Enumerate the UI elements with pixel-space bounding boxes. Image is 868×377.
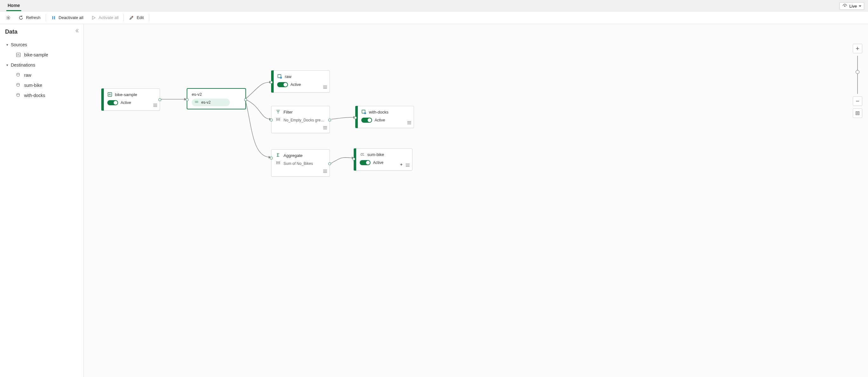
output-port[interactable] [328, 162, 331, 165]
zoom-fit-button[interactable] [853, 108, 862, 118]
svg-rect-3 [54, 16, 55, 19]
canvas[interactable]: bike-sample Active es-v2 es-v2 [84, 24, 868, 377]
stream-pill[interactable]: es-v2 [192, 99, 230, 106]
tree-item-with-docks[interactable]: with-docks [3, 90, 80, 101]
edit-button[interactable]: Edit [125, 13, 147, 22]
tree-item-raw[interactable]: raw [3, 70, 80, 80]
activate-all-button: Activate all [87, 13, 123, 22]
svg-rect-14 [277, 163, 280, 164]
deactivate-all-label: Deactivate all [59, 15, 84, 20]
reorder-handle-icon[interactable] [406, 163, 409, 168]
input-port[interactable] [352, 158, 355, 161]
node-active-toggle[interactable] [277, 82, 288, 87]
svg-point-10 [280, 77, 282, 79]
separator [46, 14, 46, 22]
sidebar-collapse-button[interactable] [75, 29, 79, 34]
svg-point-1 [8, 17, 9, 19]
source-icon [16, 52, 21, 57]
svg-rect-17 [856, 112, 859, 115]
svg-rect-11 [277, 118, 280, 119]
field-icon [276, 117, 281, 123]
node-status-label: Active [290, 82, 301, 87]
node-aggregate[interactable]: Aggregate Sum of No_Bikes [271, 149, 330, 177]
deactivate-all-button[interactable]: Deactivate all [47, 13, 87, 22]
node-status-label: Active [375, 118, 385, 123]
node-with-docks[interactable]: with-docks Active [355, 106, 414, 128]
svg-point-7 [17, 94, 20, 95]
node-title: Aggregate [283, 153, 303, 158]
zoom-knob[interactable] [856, 70, 860, 74]
input-port[interactable] [354, 116, 357, 119]
settings-button[interactable] [2, 13, 14, 22]
input-port[interactable] [186, 98, 189, 101]
database-icon [16, 83, 21, 88]
node-title: Filter [283, 110, 293, 114]
input-port[interactable] [270, 118, 273, 122]
edit-label: Edit [136, 15, 144, 20]
live-button[interactable]: Live [839, 2, 864, 10]
reorder-handle-icon[interactable] [153, 103, 157, 108]
live-label: Live [849, 4, 857, 8]
play-icon [91, 15, 96, 20]
tree-section-label: Sources [11, 42, 27, 47]
sidebar-title: Data [3, 29, 80, 35]
tree-section-sources[interactable]: ▾ Sources [3, 40, 80, 50]
zoom-in-button[interactable] [853, 44, 862, 53]
destination-icon [277, 74, 282, 79]
reorder-handle-icon[interactable] [323, 85, 327, 90]
node-filter[interactable]: Filter No_Empty_Docks greater t... [271, 106, 330, 133]
activate-all-label: Activate all [99, 15, 119, 20]
zoom-out-button[interactable] [853, 96, 862, 106]
node-active-toggle[interactable] [360, 160, 371, 165]
node-es-v2[interactable]: es-v2 es-v2 [187, 89, 246, 109]
svg-point-0 [844, 5, 845, 7]
output-port[interactable] [328, 118, 331, 122]
tree-section-label: Destinations [11, 63, 35, 68]
pause-icon [51, 15, 56, 20]
tab-strip: Home Live [0, 0, 868, 11]
node-status-label: Active [121, 101, 131, 105]
output-port[interactable] [158, 98, 161, 101]
reorder-handle-icon[interactable] [407, 121, 411, 125]
sidebar: Data ▾ Sources bike-sample ▾ Destination… [0, 24, 84, 377]
node-title: sum-bike [367, 152, 384, 157]
command-bar: Refresh Deactivate all Activate all Edit [0, 11, 868, 24]
reorder-handle-icon[interactable] [323, 169, 327, 174]
node-title: raw [285, 74, 291, 79]
zoom-slider[interactable] [857, 56, 858, 94]
node-active-toggle[interactable] [107, 100, 118, 105]
refresh-icon [19, 15, 24, 20]
database-icon [16, 73, 21, 78]
svg-rect-12 [277, 119, 280, 121]
tree-section-destinations[interactable]: ▾ Destinations [3, 60, 80, 70]
svg-point-16 [364, 112, 366, 114]
input-port[interactable] [270, 157, 273, 160]
tree-item-bike-sample[interactable]: bike-sample [3, 50, 80, 60]
reorder-handle-icon[interactable] [323, 126, 327, 130]
node-title: es-v2 [192, 92, 202, 97]
live-icon [842, 3, 847, 8]
tree-item-label: bike-sample [24, 52, 48, 57]
stream-pill-label: es-v2 [201, 100, 211, 105]
node-sum-bike[interactable]: sum-bike Active [354, 148, 412, 171]
refresh-label: Refresh [26, 15, 41, 20]
field-icon [276, 161, 281, 166]
source-icon [107, 92, 113, 97]
refresh-button[interactable]: Refresh [14, 13, 44, 22]
node-title: bike-sample [115, 92, 137, 97]
database-icon [16, 93, 21, 98]
chevron-down-icon: ▾ [6, 43, 9, 47]
node-status-label: Active [373, 161, 383, 165]
node-raw[interactable]: raw Active [271, 70, 330, 93]
node-active-toggle[interactable] [361, 117, 372, 123]
gear-icon [6, 15, 11, 20]
chevron-down-icon [859, 5, 861, 7]
sparkle-icon [399, 163, 403, 168]
separator [149, 14, 149, 22]
tab-home[interactable]: Home [4, 0, 24, 11]
input-port[interactable] [270, 81, 273, 84]
node-bike-sample[interactable]: bike-sample Active [101, 89, 160, 111]
tree-item-sum-bike[interactable]: sum-bike [3, 80, 80, 90]
destination-icon [361, 109, 366, 114]
output-port[interactable] [244, 98, 247, 101]
